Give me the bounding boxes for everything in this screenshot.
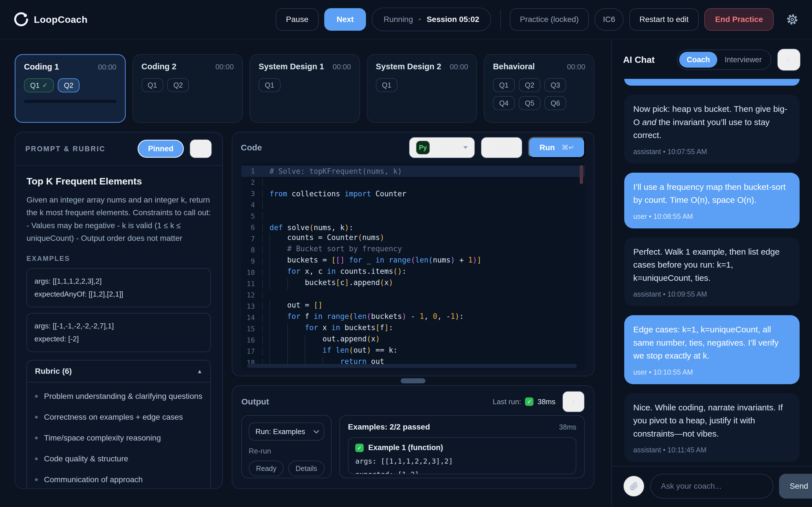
line-number: 3 xyxy=(241,190,263,198)
question-pill[interactable]: Q1 xyxy=(142,78,163,92)
message-meta: user • 10:10:55 AM xyxy=(633,368,791,376)
example-args: args: [[1,1,1,2,2,3],2] xyxy=(35,275,203,288)
panels-row: PROMPT & RUBRIC Pinned ◀ Top K Frequent … xyxy=(15,132,594,489)
question-pill[interactable]: Q2 xyxy=(519,78,541,92)
ready-badge[interactable]: Ready xyxy=(249,460,284,476)
horizontal-scrollbar[interactable] xyxy=(247,364,577,368)
stage-card[interactable]: System Design 200:00Q1 xyxy=(367,54,477,123)
vertical-scrollbar[interactable] xyxy=(580,165,583,184)
check-icon: ✓ xyxy=(525,397,534,406)
stage-title: Coding 2 xyxy=(142,62,176,71)
question-pill[interactable]: Q2 xyxy=(167,78,189,92)
end-practice-button[interactable]: End Practice xyxy=(704,8,774,31)
coach-toggle[interactable]: Coach xyxy=(679,52,717,68)
chat-messages[interactable]: Now pick: heap vs bucket. Then give big-… xyxy=(612,78,812,466)
rerun-label: Re-run xyxy=(249,447,324,455)
interviewer-toggle[interactable]: Interviewer xyxy=(717,52,769,68)
code-line[interactable]: 5 xyxy=(241,211,585,222)
resize-handle[interactable] xyxy=(401,378,425,383)
code-line[interactable]: 6def solve(nums, k): xyxy=(241,222,585,233)
question-pill[interactable]: Q1 xyxy=(376,78,398,92)
code-line[interactable]: 4 xyxy=(241,200,585,211)
chevron-down-icon xyxy=(313,428,319,434)
question-pill[interactable]: Q1✓ xyxy=(24,78,54,93)
question-pill[interactable]: Q1 xyxy=(259,78,280,92)
line-number: 14 xyxy=(241,314,263,322)
run-button[interactable]: Run ⌘↵ xyxy=(528,137,585,158)
message-meta: assistant • 10:11:45 AM xyxy=(633,446,791,454)
next-button[interactable]: Next xyxy=(324,8,366,31)
example-expected: expectedAnyOf: [[1,2],[2,1]] xyxy=(35,288,203,301)
collapse-output-button[interactable]: ▼ xyxy=(562,391,585,412)
practice-locked-button[interactable]: Practice (locked) xyxy=(510,8,589,31)
stages-row: Coding 100:00Q1✓Q2Coding 200:00Q1Q2Syste… xyxy=(15,54,594,123)
question-pills: Q1 xyxy=(259,78,351,92)
chat-bubble-assistant: Now pick: heap vs bucket. Then give big-… xyxy=(624,95,800,164)
run-shortcut: ⌘↵ xyxy=(562,144,574,152)
code-line[interactable]: 14for f in range(len(buckets) - 1, 0, -1… xyxy=(241,312,585,323)
stage-card[interactable]: Coding 200:00Q1Q2 xyxy=(133,54,243,123)
message-text: Nice. While coding, narrate invariants. … xyxy=(633,401,791,441)
question-pill[interactable]: Q6 xyxy=(545,96,566,110)
code-line[interactable]: 9buckets = [[] for _ in range(len(nums) … xyxy=(241,256,585,267)
code-line[interactable]: 3from collections import Counter xyxy=(241,188,585,200)
restart-to-edit-button[interactable]: Restart to edit xyxy=(629,8,699,31)
examples-label: EXAMPLES xyxy=(27,255,211,263)
stage-card[interactable]: Behavioral00:00Q1Q2Q3Q4Q5Q6 xyxy=(484,54,594,123)
message-text: I’ll use a frequency map then bucket-sor… xyxy=(633,180,791,207)
run-config-box: Run: Examples Re-run Ready Details xyxy=(241,415,332,478)
send-button[interactable]: Send xyxy=(779,474,812,499)
level-badge-button[interactable]: IC6 xyxy=(594,8,624,31)
settings-gear-icon[interactable] xyxy=(786,13,799,25)
play-button[interactable]: ▶ xyxy=(777,48,801,71)
code-line[interactable]: 8# Bucket sort by frequency xyxy=(241,244,585,256)
run-mode-select[interactable]: Run: Examples xyxy=(249,422,324,441)
code-line[interactable]: 15for x in buckets[f]: xyxy=(241,323,585,335)
chat-bubble-assistant: Perfect. Walk 1 example, then list edge … xyxy=(624,237,800,306)
code-line[interactable]: 13out = [] xyxy=(241,301,585,312)
stage-progress-bar xyxy=(24,100,116,103)
code-line[interactable]: 1# Solve: topKFrequent(nums, k) xyxy=(241,166,585,177)
main-area: Coding 100:00Q1✓Q2Coding 200:00Q1Q2Syste… xyxy=(0,40,812,507)
pause-button[interactable]: Pause xyxy=(276,8,318,31)
question-pill[interactable]: Q2 xyxy=(58,78,80,93)
code-line[interactable]: 12 xyxy=(241,290,585,301)
output-panel: Output Last run: ✓ 38ms ▼ Run: E xyxy=(232,385,594,489)
code-line[interactable]: 10for x, c in counts.items(): xyxy=(241,267,585,278)
results-time: 38ms xyxy=(559,423,576,431)
rubric-item: Problem understanding & clarifying quest… xyxy=(35,386,202,407)
chat-bubble-user: Edge cases: k=1, k=uniqueCount, all same… xyxy=(624,315,800,384)
pinned-button[interactable]: Pinned xyxy=(138,140,184,158)
details-button[interactable]: Details xyxy=(288,460,324,476)
question-pill[interactable]: Q1 xyxy=(493,78,515,92)
code-line[interactable]: 11buckets[c].append(x) xyxy=(241,278,585,290)
question-pill[interactable]: Q3 xyxy=(545,78,566,92)
stage-timer: 00:00 xyxy=(98,63,116,71)
line-number: 12 xyxy=(241,291,263,299)
code-editor[interactable]: 1# Solve: topKFrequent(nums, k)23from co… xyxy=(241,163,585,370)
stage-card[interactable]: System Design 100:00Q1 xyxy=(250,54,360,123)
collapse-prompt-button[interactable]: ◀ xyxy=(190,139,212,158)
code-line[interactable]: 16out.append(x) xyxy=(241,335,585,346)
question-pill[interactable]: Q4 xyxy=(493,96,515,110)
code-lines: 1# Solve: topKFrequent(nums, k)23from co… xyxy=(241,166,585,369)
code-panel-title: Code xyxy=(241,143,262,152)
run-pills: Ready Details xyxy=(249,460,324,476)
results-box: Examples: 2/2 passed 38ms ✓ Example 1 (f… xyxy=(340,415,585,478)
example-result-header: ✓ Example 1 (function) xyxy=(355,443,569,452)
code-line[interactable]: 7counts = Counter(nums) xyxy=(241,233,585,244)
focus-button[interactable]: Focus xyxy=(481,137,522,158)
stage-card[interactable]: Coding 100:00Q1✓Q2 xyxy=(15,54,126,123)
code-line[interactable]: 17if len(out) == k: xyxy=(241,346,585,357)
question-pill[interactable]: Q5 xyxy=(519,96,541,110)
line-number: 6 xyxy=(241,224,263,231)
chevron-down-icon: ▼ xyxy=(571,399,576,405)
attach-button[interactable] xyxy=(623,475,645,497)
code-line[interactable]: 2 xyxy=(241,177,585,188)
last-run-time: 38ms xyxy=(538,397,555,406)
language-select[interactable]: Py Python xyxy=(409,137,475,158)
results-header: Examples: 2/2 passed 38ms xyxy=(348,422,576,432)
chat-input[interactable] xyxy=(650,474,773,499)
rubric-header[interactable]: Rubric (6) ▲ xyxy=(27,360,210,383)
prompt-rubric-panel: PROMPT & RUBRIC Pinned ◀ Top K Frequent … xyxy=(15,132,223,489)
